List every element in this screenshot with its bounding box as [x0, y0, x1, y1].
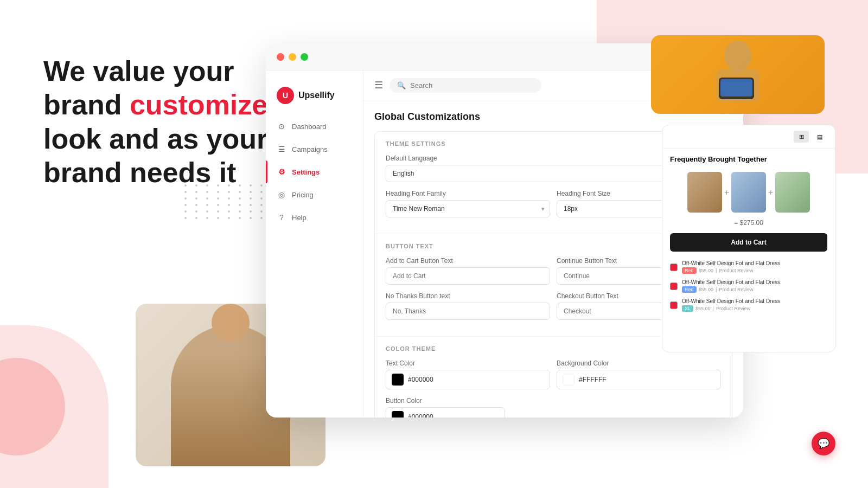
svg-point-0 — [724, 41, 751, 71]
preview-panel: ⊞ ▤ Frequently Brought Together + + = $2… — [662, 125, 835, 352]
sidebar-nav: ⊙ Dashboard ☰ Campaigns ⚙ Settings ◎ Pri… — [266, 115, 363, 229]
sidebar-item-settings[interactable]: ⚙ Settings — [266, 160, 363, 183]
sidebar-item-help[interactable]: ? Help — [266, 206, 363, 229]
bg-color-label: Background Color — [557, 359, 721, 367]
price-total: = $275.00 — [662, 217, 835, 229]
button-color-swatch[interactable] — [392, 411, 404, 418]
sidebar-item-label-dashboard: Dashboard — [292, 123, 327, 131]
bg-color-swatch[interactable] — [563, 374, 575, 386]
button-color-value[interactable]: #000000 — [408, 413, 499, 418]
hero-text-block: We value your brand customize look and a… — [43, 54, 267, 190]
sidebar-item-campaigns[interactable]: ☰ Campaigns — [266, 138, 363, 160]
hero-line1: We value your — [43, 55, 234, 87]
product-tag-1: Red — [682, 267, 697, 274]
window-dot-yellow[interactable] — [289, 53, 296, 61]
person-with-laptop-illustration — [705, 40, 770, 110]
font-family-label: Heading Font Family — [386, 190, 550, 197]
plus-sign-1: + — [724, 188, 729, 197]
button-color-input-row[interactable]: #000000 — [386, 407, 505, 418]
top-right-hero-image — [651, 35, 825, 114]
product-name-1: Off-White Self Design Fot and Flat Dress — [682, 260, 827, 266]
window-dot-green[interactable] — [301, 53, 308, 61]
product-checkbox-2[interactable] — [670, 282, 678, 290]
hero-image-inner — [651, 35, 825, 114]
hero-line2-normal: brand — [43, 89, 130, 120]
chat-icon: 💬 — [818, 438, 829, 450]
product-list: Off-White Self Design Fot and Flat Dress… — [662, 256, 835, 322]
add-to-cart-field: Add to Cart Button Text — [386, 257, 550, 285]
product-separator-1: | — [716, 268, 717, 273]
product-price-3: $55.00 — [695, 306, 711, 311]
settings-icon: ⚙ — [277, 167, 286, 177]
search-box: 🔍 — [390, 78, 541, 93]
no-thanks-field: No Thanks Button text — [386, 292, 550, 320]
product-review-3: Product Review — [716, 306, 750, 311]
product-meta-1: Red $55.00 | Product Review — [682, 267, 827, 274]
list-item: Off-White Self Design Fot and Flat Dress… — [670, 298, 827, 312]
preview-header: ⊞ ▤ — [662, 125, 835, 149]
sidebar: U Upsellify ⊙ Dashboard ☰ Campaigns ⚙ Se… — [266, 70, 363, 418]
product-thumb-1 — [687, 172, 722, 213]
product-info-3: Off-White Self Design Fot and Flat Dress… — [682, 298, 827, 312]
add-to-cart-label: Add to Cart Button Text — [386, 257, 550, 265]
search-input[interactable] — [410, 81, 534, 89]
hero-line4: brand needs it — [43, 157, 236, 188]
product-review-1: Product Review — [719, 268, 753, 273]
product-name-3: Off-White Self Design Fot and Flat Dress — [682, 298, 827, 304]
add-to-cart-input[interactable] — [386, 267, 550, 285]
text-color-input-row[interactable]: #000000 — [386, 370, 550, 389]
font-family-row: Heading Font Family Time New Roman Arial… — [386, 190, 550, 217]
list-view-toggle[interactable]: ▤ — [812, 131, 827, 143]
preview-add-to-cart-button[interactable]: Add to Cart — [670, 233, 827, 252]
grid-view-toggle[interactable]: ⊞ — [794, 131, 809, 143]
bg-color-value[interactable]: #FFFFFF — [579, 376, 715, 383]
product-info-2: Off-White Self Design Fot and Flat Dress… — [682, 279, 827, 293]
text-color-value[interactable]: #000000 — [408, 376, 544, 383]
product-meta-2: Red $55.00 | Product Review — [682, 286, 827, 293]
product-checkbox-3[interactable] — [670, 301, 678, 309]
product-review-2: Product Review — [719, 287, 753, 292]
product-separator-2: | — [716, 287, 717, 292]
product-price-1: $55.00 — [699, 268, 714, 273]
sidebar-item-label-help: Help — [292, 214, 307, 222]
product-name-2: Off-White Self Design Fot and Flat Dress — [682, 279, 827, 285]
product-price-2: $55.00 — [699, 287, 714, 292]
sidebar-item-label-campaigns: Campaigns — [292, 145, 328, 153]
chat-bubble-button[interactable]: 💬 — [812, 432, 835, 455]
font-family-select[interactable]: Time New Roman Arial Helvetica — [386, 200, 550, 217]
dot-grid-decoration: const grid = document.querySelector('.do… — [184, 184, 267, 219]
preview-title: Frequently Brought Together — [662, 149, 835, 168]
plus-sign-2: + — [768, 188, 773, 197]
sidebar-item-label-settings: Settings — [292, 168, 320, 176]
svg-rect-3 — [720, 79, 752, 97]
product-info-1: Off-White Self Design Fot and Flat Dress… — [682, 260, 827, 274]
sidebar-logo: U Upsellify — [266, 81, 363, 115]
button-color-field: Button Color #000000 — [386, 397, 505, 418]
bg-color-input-row[interactable]: #FFFFFF — [557, 370, 721, 389]
list-item: Off-White Self Design Fot and Flat Dress… — [670, 279, 827, 293]
hero-line2-highlight: customize — [130, 89, 267, 120]
text-color-swatch[interactable] — [392, 374, 404, 386]
product-tag-2: Red — [682, 286, 697, 293]
hero-line3: look and as your — [43, 123, 267, 155]
sidebar-item-dashboard[interactable]: ⊙ Dashboard — [266, 115, 363, 138]
sidebar-item-pricing[interactable]: ◎ Pricing — [266, 183, 363, 206]
product-meta-3: XL $55.00 | Product Review — [682, 305, 827, 312]
logo-text: Upsellify — [298, 91, 335, 100]
product-thumb-2 — [731, 172, 766, 213]
no-thanks-label: No Thanks Button text — [386, 292, 550, 300]
logo-icon: U — [277, 87, 294, 104]
help-icon: ? — [277, 213, 286, 222]
sidebar-item-label-pricing: Pricing — [292, 191, 314, 199]
product-checkbox-1[interactable] — [670, 264, 678, 271]
color-row-1: Text Color #000000 Background Color — [386, 359, 721, 397]
bg-color-field: Background Color #FFFFFF — [557, 359, 721, 389]
product-thumb-3 — [775, 172, 810, 213]
no-thanks-input[interactable] — [386, 303, 550, 320]
window-dot-red[interactable] — [277, 53, 284, 61]
menu-icon[interactable]: ☰ — [374, 79, 383, 91]
product-separator-3: | — [713, 306, 714, 311]
button-color-label: Button Color — [386, 397, 505, 404]
text-color-label: Text Color — [386, 359, 550, 367]
search-icon: 🔍 — [397, 81, 406, 89]
